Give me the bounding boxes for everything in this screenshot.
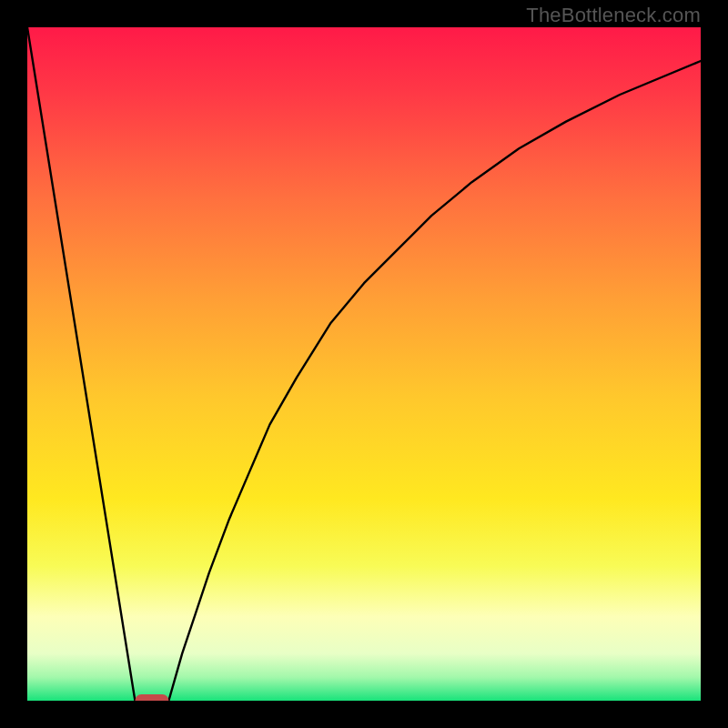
min-marker [135,694,168,701]
chart-frame: TheBottleneck.com [0,0,728,728]
plot-area [27,27,701,701]
marker-group [135,694,168,701]
gradient-background [27,27,701,701]
chart-svg [27,27,701,701]
watermark-text: TheBottleneck.com [526,4,701,27]
